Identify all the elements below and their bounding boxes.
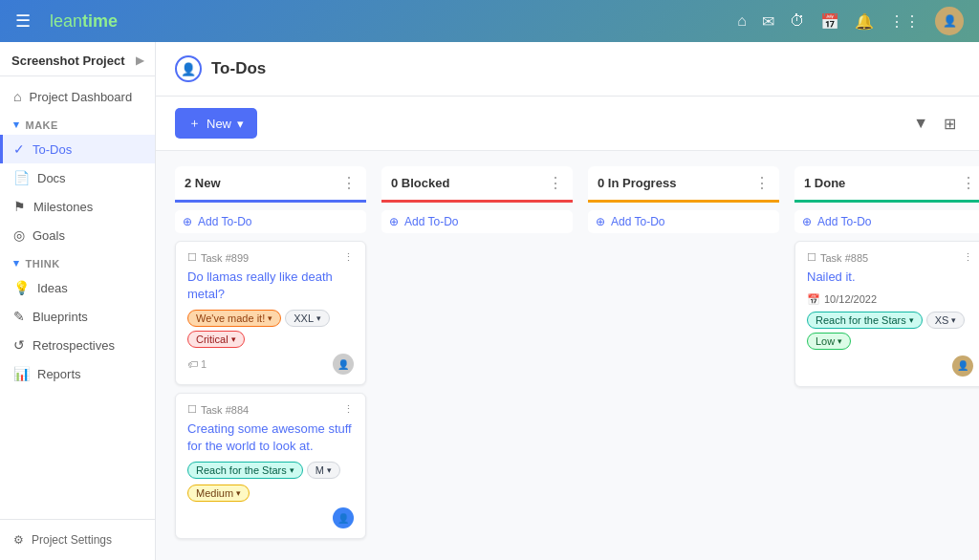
caret-make-icon: ▾ bbox=[13, 118, 20, 131]
col-title-blocked: 0 Blocked bbox=[391, 176, 449, 190]
card-meta-885: ☐ Task #885 ⋮ bbox=[807, 251, 973, 264]
card-footer-885: 👤 bbox=[807, 355, 973, 377]
col-menu-done[interactable]: ⋮ bbox=[961, 174, 976, 192]
goals-icon: ◎ bbox=[13, 227, 25, 243]
calendar-icon[interactable]: 📅 bbox=[820, 12, 839, 31]
tag-reach-stars[interactable]: Reach for the Stars ▾ bbox=[187, 462, 303, 479]
tag-caret: ▾ bbox=[268, 313, 272, 323]
sidebar-item-docs[interactable]: 📄 Docs bbox=[0, 163, 155, 192]
card-avatar-884: 👤 bbox=[333, 507, 354, 528]
blueprints-icon: ✎ bbox=[13, 309, 25, 324]
add-icon: ⊕ bbox=[596, 215, 605, 228]
task-id: Task #885 bbox=[820, 252, 868, 264]
filter-icon[interactable]: ▼ bbox=[909, 111, 932, 136]
col-title-inprogress: 0 In Progress bbox=[598, 176, 676, 190]
mail-icon[interactable]: ✉ bbox=[762, 12, 774, 31]
app-logo: leantime bbox=[50, 11, 118, 32]
add-todo-new[interactable]: ⊕ Add To-Do bbox=[175, 210, 366, 233]
card-title-884[interactable]: Creating some awesome stuff for the worl… bbox=[187, 420, 354, 454]
project-settings-item[interactable]: ⚙ Project Settings bbox=[13, 529, 141, 550]
user-avatar[interactable]: 👤 bbox=[935, 7, 964, 35]
docs-icon: 📄 bbox=[13, 170, 30, 185]
card-title-885[interactable]: Nailed it. bbox=[807, 269, 973, 286]
card-menu-icon[interactable]: ⋮ bbox=[963, 251, 973, 264]
card-avatar-899: 👤 bbox=[333, 354, 354, 375]
think-section-label: THINK bbox=[26, 258, 60, 269]
tag-xxl[interactable]: XXL ▾ bbox=[285, 310, 330, 327]
tag-caret: ▾ bbox=[236, 488, 241, 498]
card-footer-884: 👤 bbox=[187, 507, 354, 528]
col-title-done: 1 Done bbox=[804, 176, 845, 190]
project-arrow-icon: ▶ bbox=[136, 54, 143, 67]
view-toggle-icon[interactable]: ⊞ bbox=[940, 111, 960, 137]
card-meta-899: ☐ Task #899 ⋮ bbox=[187, 251, 354, 264]
tag-low[interactable]: Low ▾ bbox=[807, 333, 851, 350]
card-tags-884: Reach for the Stars ▾ M ▾ bbox=[187, 462, 354, 479]
sidebar-item-goals[interactable]: ◎ Goals bbox=[0, 221, 155, 249]
calendar-icon: 📅 bbox=[807, 293, 820, 306]
tag-caret: ▾ bbox=[316, 313, 321, 323]
add-button-label: New bbox=[207, 117, 231, 131]
sidebar: Screenshot Project ▶ ⌂ Project Dashboard… bbox=[0, 42, 156, 560]
retrospectives-icon: ↺ bbox=[13, 337, 25, 353]
col-menu-blocked[interactable]: ⋮ bbox=[548, 174, 563, 192]
tag-medium[interactable]: Medium ▾ bbox=[187, 485, 250, 502]
hamburger-icon[interactable]: ☰ bbox=[15, 11, 31, 32]
tag-m[interactable]: M ▾ bbox=[307, 462, 340, 479]
card-comment: 🏷 1 bbox=[187, 358, 207, 370]
card-menu-icon[interactable]: ⋮ bbox=[343, 403, 354, 416]
kanban-col-done: 1 Done ⋮ ⊕ Add To-Do ☐ Task #885 ⋮ bbox=[794, 166, 979, 545]
col-header-inprogress: 0 In Progress ⋮ bbox=[588, 166, 779, 203]
col-header-done: 1 Done ⋮ bbox=[794, 166, 979, 203]
dashboard-icon: ⌂ bbox=[13, 89, 21, 104]
sidebar-item-label: Project Dashboard bbox=[29, 90, 132, 104]
sidebar-nav: ⌂ Project Dashboard ▾ MAKE ✓ To-Dos 📄 Do… bbox=[0, 76, 155, 519]
add-todo-inprogress[interactable]: ⊕ Add To-Do bbox=[588, 210, 779, 233]
dropdown-arrow-icon: ▾ bbox=[237, 117, 244, 131]
home-icon[interactable]: ⌂ bbox=[737, 12, 747, 30]
add-todo-blocked[interactable]: ⊕ Add To-Do bbox=[381, 210, 573, 233]
todos-icon: ✓ bbox=[13, 141, 25, 157]
sidebar-item-todos[interactable]: ✓ To-Dos bbox=[0, 135, 155, 163]
tag-caret: ▾ bbox=[231, 334, 236, 344]
tag-xs[interactable]: XS ▾ bbox=[926, 312, 966, 329]
page-icon: 👤 bbox=[175, 55, 202, 82]
card-tags-884b: Medium ▾ bbox=[187, 485, 354, 502]
sidebar-item-reports[interactable]: 📊 Reports bbox=[0, 359, 155, 388]
tag-caret: ▾ bbox=[327, 465, 332, 475]
comment-icon: 🏷 bbox=[187, 358, 198, 370]
grid-icon[interactable]: ⋮⋮ bbox=[889, 12, 920, 31]
sidebar-item-dashboard[interactable]: ⌂ Project Dashboard bbox=[0, 82, 155, 111]
add-todo-done[interactable]: ⊕ Add To-Do bbox=[794, 210, 979, 233]
task-id: Task #899 bbox=[201, 252, 249, 264]
sidebar-item-retrospectives[interactable]: ↺ Retrospectives bbox=[0, 331, 155, 359]
card-title-899[interactable]: Do llamas really like death metal? bbox=[187, 269, 354, 302]
card-menu-icon[interactable]: ⋮ bbox=[343, 251, 354, 264]
sidebar-item-milestones[interactable]: ⚑ Milestones bbox=[0, 192, 155, 221]
tag-reach-stars-done[interactable]: Reach for the Stars ▾ bbox=[807, 312, 923, 329]
sidebar-item-blueprints[interactable]: ✎ Blueprints bbox=[0, 302, 155, 331]
timer-icon[interactable]: ⏱ bbox=[790, 12, 805, 30]
col-menu-inprogress[interactable]: ⋮ bbox=[754, 174, 770, 192]
tag-critical[interactable]: Critical ▾ bbox=[187, 331, 245, 348]
bell-icon[interactable]: 🔔 bbox=[855, 12, 874, 31]
sidebar-item-label: Goals bbox=[33, 228, 65, 243]
top-nav: ☰ leantime ⌂ ✉ ⏱ 📅 🔔 ⋮⋮ 👤 bbox=[0, 0, 979, 42]
add-new-button[interactable]: ＋ New ▾ bbox=[175, 108, 257, 139]
sidebar-item-label: Reports bbox=[37, 367, 81, 381]
sidebar-item-ideas[interactable]: 💡 Ideas bbox=[0, 273, 155, 302]
ideas-icon: 💡 bbox=[13, 280, 30, 295]
sidebar-item-label: To-Dos bbox=[33, 142, 72, 157]
page-title: To-Dos bbox=[211, 59, 266, 78]
tag-caret: ▾ bbox=[951, 315, 956, 325]
add-todo-label: Add To-Do bbox=[817, 215, 871, 228]
sidebar-project[interactable]: Screenshot Project ▶ bbox=[0, 42, 155, 76]
tag-caret: ▾ bbox=[290, 465, 294, 475]
col-menu-new[interactable]: ⋮ bbox=[341, 174, 357, 192]
card-tags-885: Reach for the Stars ▾ XS ▾ Low ▾ bbox=[807, 312, 973, 350]
col-header-new: 2 New ⋮ bbox=[175, 166, 366, 203]
add-icon: ⊕ bbox=[389, 215, 399, 228]
tag-we-made-it[interactable]: We've made it! ▾ bbox=[187, 310, 281, 327]
kanban-board: 2 New ⋮ ⊕ Add To-Do ☐ Task #899 ⋮ bbox=[156, 151, 979, 560]
add-icon: ⊕ bbox=[802, 215, 812, 228]
